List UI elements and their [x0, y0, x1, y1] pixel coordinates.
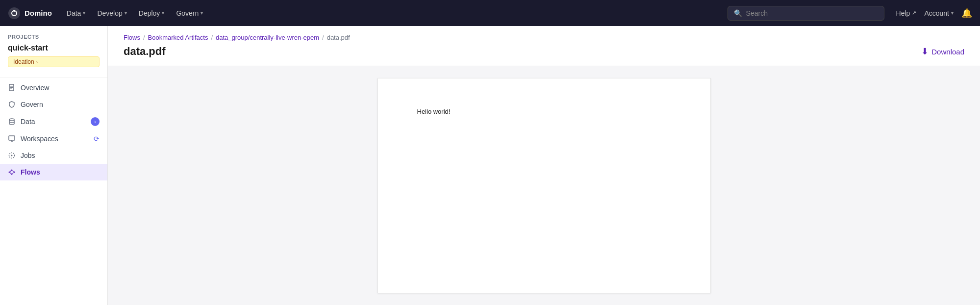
top-navigation: Domino Data ▾ Develop ▾ Deploy ▾ Govern … — [0, 0, 980, 26]
nav-item-govern[interactable]: Govern ▾ — [171, 6, 208, 20]
breadcrumb: Flows / Bookmarked Artifacts / data_grou… — [124, 34, 964, 41]
pdf-viewer-wrap[interactable]: Hello world! — [108, 66, 980, 305]
breadcrumb-sep-3: / — [322, 34, 324, 41]
chevron-down-icon: ▾ — [201, 10, 203, 16]
sidebar-item-jobs[interactable]: Jobs — [0, 147, 107, 164]
sidebar-jobs-label: Jobs — [21, 152, 100, 159]
nav-right-actions: Help ↗ Account ▾ 🔔 — [896, 8, 972, 19]
sidebar: Projects quick-start Ideation › Overview… — [0, 26, 108, 305]
monitor-icon — [8, 135, 16, 143]
chevron-down-icon: ▾ — [162, 10, 164, 16]
pdf-content: Hello world! — [417, 108, 451, 115]
nav-item-data[interactable]: Data ▾ — [62, 6, 91, 20]
svg-line-18 — [13, 173, 14, 174]
sidebar-item-govern[interactable]: Govern — [0, 96, 107, 113]
refresh-icon: ⟳ — [94, 135, 100, 143]
sidebar-flows-label: Flows — [21, 168, 100, 176]
svg-point-1 — [13, 10, 15, 12]
svg-point-6 — [9, 119, 14, 121]
sidebar-overview-label: Overview — [21, 84, 100, 92]
body-wrap: Projects quick-start Ideation › Overview… — [0, 26, 980, 305]
chevron-right-icon: › — [36, 59, 38, 65]
chevron-down-icon: ▾ — [83, 10, 85, 16]
breadcrumb-sep-2: / — [211, 34, 213, 41]
logo-text: Domino — [25, 9, 52, 17]
search-icon: 🔍 — [734, 9, 742, 17]
breadcrumb-sep-1: / — [143, 34, 145, 41]
data-badge: › — [91, 117, 100, 126]
logo[interactable]: Domino — [8, 7, 52, 20]
breadcrumb-data-group[interactable]: data_group/centrally-live-wren-epem — [216, 34, 319, 41]
nav-item-develop[interactable]: Develop ▾ — [92, 6, 131, 20]
svg-point-12 — [9, 172, 10, 173]
account-button[interactable]: Account ▾ — [924, 9, 954, 17]
content-header: Flows / Bookmarked Artifacts / data_grou… — [108, 26, 980, 66]
sidebar-divider — [0, 77, 107, 77]
nav-item-deploy[interactable]: Deploy ▾ — [134, 6, 170, 20]
sidebar-item-overview[interactable]: Overview — [0, 79, 107, 96]
ideation-badge[interactable]: Ideation › — [8, 56, 100, 67]
breadcrumb-bookmarked[interactable]: Bookmarked Artifacts — [148, 34, 208, 41]
search-bar[interactable]: 🔍 — [728, 6, 884, 21]
help-button[interactable]: Help ↗ — [896, 9, 917, 17]
notifications-button[interactable]: 🔔 — [961, 8, 972, 19]
svg-point-0 — [8, 7, 20, 19]
external-link-icon: ↗ — [912, 10, 916, 16]
sidebar-workspaces-label: Workspaces — [21, 135, 89, 143]
breadcrumb-current: data.pdf — [327, 34, 350, 41]
svg-point-13 — [11, 170, 13, 171]
svg-point-15 — [11, 174, 13, 175]
database-icon — [8, 118, 16, 126]
search-input[interactable] — [746, 9, 878, 17]
chevron-down-icon: ▾ — [125, 10, 127, 16]
sidebar-item-data[interactable]: Data › — [0, 113, 107, 130]
chevron-down-icon: ▾ — [951, 10, 954, 16]
svg-line-17 — [13, 171, 14, 172]
pdf-page: Hello world! — [377, 78, 711, 293]
download-icon: ⬇ — [921, 46, 929, 57]
shield-icon — [8, 101, 16, 108]
sidebar-data-label: Data — [21, 118, 86, 126]
nav-menu: Data ▾ Develop ▾ Deploy ▾ Govern ▾ — [62, 6, 724, 20]
jobs-icon — [8, 152, 16, 159]
svg-point-11 — [11, 155, 13, 156]
svg-rect-7 — [9, 136, 15, 140]
flows-icon — [8, 168, 16, 176]
svg-point-14 — [14, 172, 15, 173]
sidebar-item-workspaces[interactable]: Workspaces ⟳ — [0, 130, 107, 147]
main-content: Flows / Bookmarked Artifacts / data_grou… — [108, 26, 980, 305]
svg-line-19 — [10, 173, 11, 174]
sidebar-project-name: quick-start — [0, 42, 107, 56]
download-button[interactable]: ⬇ Download — [921, 46, 964, 57]
sidebar-projects-label: Projects — [0, 34, 107, 42]
page-title-row: data.pdf ⬇ Download — [124, 45, 964, 66]
breadcrumb-flows[interactable]: Flows — [124, 34, 140, 41]
file-icon — [8, 84, 16, 92]
sidebar-govern-label: Govern — [21, 101, 100, 108]
page-title: data.pdf — [124, 45, 166, 58]
svg-line-16 — [10, 171, 11, 172]
sidebar-item-flows[interactable]: Flows — [0, 164, 107, 180]
